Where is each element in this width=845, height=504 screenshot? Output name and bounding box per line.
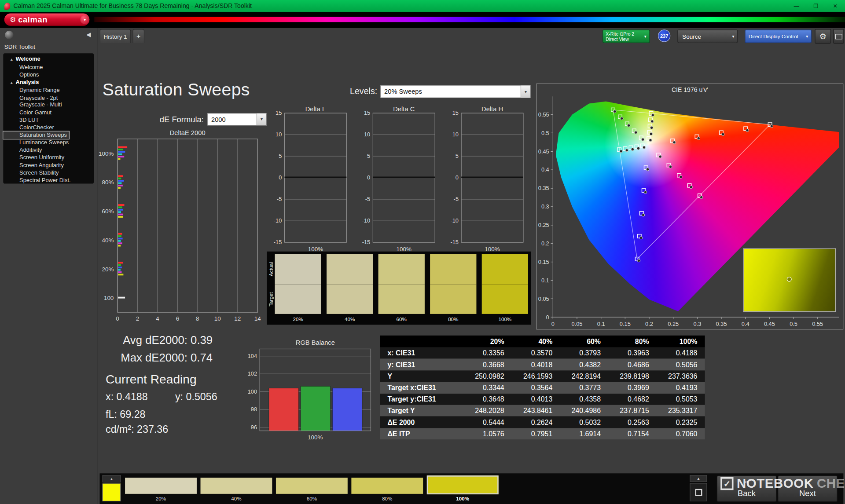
table-column-header: 20% [463,337,512,345]
svg-text:-10: -10 [362,217,371,224]
cie-zoom-inset [743,248,836,311]
sidebar-item-screen-angularity[interactable]: Screen Angularity [3,161,94,169]
app-window: Calman 2025 Calman Ultimate for Business… [0,0,845,504]
max-de-value: Max dE2000: 0.74 [121,351,213,364]
meter-text: X-Rite i1Pro 2 Direct View [606,31,634,41]
display-control-label: Direct Display Control [749,33,798,39]
tab-label: History 1 [103,33,127,40]
tab-history-1[interactable]: History 1 [100,29,131,43]
patch-percent-label: 20% [275,316,321,322]
gear-icon: ⚙ [819,32,827,41]
svg-text:40%: 40% [102,237,114,244]
sidebar-item-luminance-sweeps[interactable]: Luminance Sweeps [3,139,94,146]
svg-text:0: 0 [116,315,119,322]
orb-button[interactable] [5,31,14,40]
calman-gear-icon: ⚙ [10,16,16,23]
delta-c-chart: 151050-5-10-15100% [356,110,437,258]
source-label: Source [682,33,701,40]
table-cell: 0.7060 [657,430,705,438]
expand-left-button[interactable]: ▲ [103,475,121,482]
sidebar-item-welcome[interactable]: Welcome [3,63,94,71]
patch-button-60[interactable] [276,478,348,494]
source-dropdown[interactable]: Source ▼ [677,29,738,43]
table-cell: 0.4358 [560,395,608,403]
chevron-down-icon: ▼ [803,34,811,38]
maximize-button[interactable]: ❐ [806,0,826,12]
target-patch [378,284,425,314]
collapse-sidebar-icon[interactable]: ◀ [86,31,91,38]
table-cell: 240.4986 [560,407,608,415]
calman-menu-button[interactable]: ⚙ calman ▼ [4,14,89,26]
sidebar-item-options[interactable]: Options [3,71,94,78]
patch-button-label: 20% [125,496,197,501]
actual-patch [327,254,373,284]
svg-text:20%: 20% [102,266,114,273]
sidebar-item-dynamic-range[interactable]: Dynamic Range [3,87,94,94]
active-patch-preview[interactable] [103,484,121,501]
sidebar-item-screen-uniformity[interactable]: Screen Uniformity [3,154,94,161]
table-cell: 1.0576 [463,430,512,438]
patch-button-80[interactable] [351,478,423,494]
table-row-e-itp: ΔE ITP1.05760.79511.69140.71540.7060 [380,428,705,439]
svg-text:-5: -5 [277,196,282,202]
display-control-dropdown[interactable]: Direct Display Control ▼ [745,29,812,43]
table-cell: 0.7951 [512,430,560,438]
sidebar-group-welcome[interactable]: ▲Welcome [3,55,94,63]
sidebar-item-colorchecker[interactable]: ColorChecker [3,124,94,131]
table-cell: 1.6914 [560,430,608,438]
sidebar-item-saturation-sweeps[interactable]: Saturation Sweeps [3,131,69,139]
svg-text:0.5: 0.5 [541,130,549,136]
svg-text:-5: -5 [365,196,370,202]
table-cell: 0.3793 [560,349,608,357]
de-formula-label: dE Formula: [150,115,203,124]
add-tab-button[interactable]: + [132,29,144,43]
de-formula-dropdown[interactable]: 2000 ▼ [207,113,267,125]
row-label: Target x:CIE31 [380,383,463,391]
patch-button-20[interactable] [125,478,197,494]
target-patch [430,284,476,314]
sidebar-item-screen-stability[interactable]: Screen Stability [3,169,94,176]
sidebar-group-analysis[interactable]: ▲Analysis [3,78,94,86]
row-label: Y [380,372,463,380]
table-cell: 0.3648 [463,395,512,403]
table-cell: 0.3773 [560,383,608,391]
actual-row-label: Actual [268,254,275,285]
meter-dropdown[interactable]: X-Rite i1Pro 2 Direct View ▼ [603,29,650,43]
table-cell: 0.4686 [608,361,657,369]
minimize-button[interactable]: — [787,0,806,12]
sidebar-item-grayscale-2pt[interactable]: Grayscale - 2pt [3,94,94,102]
fullscreen-patch-button[interactable] [690,483,707,501]
svg-text:5: 5 [279,153,282,159]
actual-patch [378,254,425,284]
table-column-header: 100% [657,337,705,345]
patch-100% [482,254,528,314]
settings-button[interactable]: ⚙ [815,29,831,44]
de-formula-value: 2000 [211,113,226,125]
table-cell: 0.5056 [657,361,705,369]
sidebar-item-3d-lut[interactable]: 3D LUT [3,117,94,124]
square-icon [695,489,702,496]
svg-text:0: 0 [367,174,370,181]
table-cell: 0.3356 [463,349,512,357]
sidebar-item-grayscale-multi[interactable]: Grayscale - Multi [3,102,94,109]
sidebar-item-additivity[interactable]: Additivity [3,146,94,154]
close-button[interactable]: ✕ [826,0,845,12]
sidebar-item-color-gamut[interactable]: Color Gamut [3,109,94,117]
svg-text:0.45: 0.45 [538,148,549,155]
rainbow-strip [94,17,845,22]
svg-text:4: 4 [156,315,159,322]
expand-right-button[interactable]: ▲ [690,475,707,482]
patch-button-40[interactable] [201,478,272,494]
patch-button-label: 40% [201,496,272,501]
table-cell: 0.2624 [512,418,560,426]
levels-dropdown[interactable]: 20% Sweeps ▼ [380,85,531,98]
sidebar-item-spectral-power-dist[interactable]: Spectral Power Dist. [3,176,94,184]
display-button[interactable] [833,29,844,44]
sidebar-title: SDR Toolkit [4,44,35,50]
table-cell: 237.8715 [608,407,657,415]
table-cell: 0.3564 [512,383,560,391]
patch-button-100[interactable] [427,475,499,494]
table-header-row: 20%40%60%80%100% [380,336,705,347]
actual-patch [482,254,528,284]
svg-text:0.05: 0.05 [572,321,583,327]
